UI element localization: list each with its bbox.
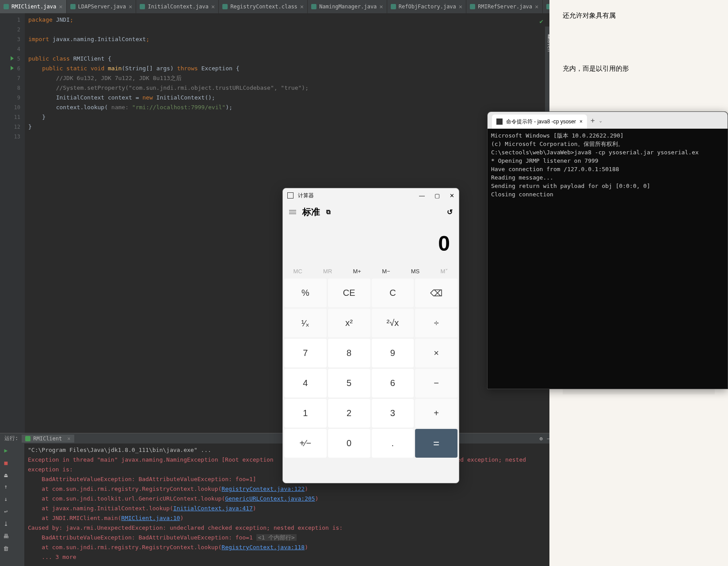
ms-button[interactable]: MS	[411, 268, 420, 275]
close-icon[interactable]: ×	[579, 119, 583, 125]
run-gutter-icon[interactable]	[11, 66, 14, 70]
editor[interactable]: ✔ 数据库 Maven 1234 5 6 78910111213 package…	[0, 13, 555, 433]
mc-button[interactable]: MC	[293, 268, 302, 275]
close-icon[interactable]: ✕	[450, 192, 454, 199]
tab-rmirefserver[interactable]: RMIRefServer.java×	[466, 0, 542, 13]
down-arrow-icon[interactable]: ↓	[2, 496, 10, 504]
close-icon[interactable]: ×	[59, 3, 62, 10]
equals-button[interactable]: =	[415, 429, 457, 458]
terminal-window[interactable]: 命令提示符 - java8 -cp ysoser × + ⌄ Microsoft…	[487, 111, 728, 389]
term-line: * Opening JRMP listener on 7999	[491, 157, 724, 165]
square-button[interactable]: x²	[328, 309, 370, 337]
close-icon[interactable]: ×	[211, 3, 215, 10]
keypad: % CE C ⌫ ¹⁄ₓ x² ²√x ÷ 7 8 9 × 4 5 6 − 1 …	[283, 277, 459, 459]
up-arrow-icon[interactable]: ↑	[2, 483, 10, 491]
six-button[interactable]: 6	[372, 369, 414, 398]
subtract-button[interactable]: −	[415, 369, 457, 398]
wrap-icon[interactable]: ↩	[2, 508, 10, 516]
run-tools: ▶ ■ ⏏ ↑ ↓ ↩ ⤓ 🖶 🗑	[0, 444, 24, 566]
decimal-button[interactable]: .	[372, 429, 414, 458]
run-gutter-icon[interactable]	[11, 56, 14, 61]
console-line: at com.sun.jndi.toolkit.url.GenericURLCo…	[28, 494, 551, 504]
stacktrace-link[interactable]: InitialContext.java:417	[173, 505, 253, 512]
close-icon[interactable]: ×	[67, 436, 70, 442]
term-line: Closing connection	[491, 190, 724, 199]
stacktrace-link[interactable]: RegistryContext.java:118	[221, 544, 305, 551]
terminal-titlebar[interactable]: 命令提示符 - java8 -cp ysoser × + ⌄	[488, 112, 728, 129]
window-title: 计算器	[298, 192, 314, 199]
terminal-output[interactable]: Microsoft Windows [版本 10.0.22622.290] (c…	[488, 129, 728, 201]
seven-button[interactable]: 7	[284, 339, 327, 367]
print-icon[interactable]: 🖶	[2, 533, 10, 541]
java-icon	[391, 4, 396, 9]
tab-refobjfactory[interactable]: RefObjFactory.java×	[387, 0, 466, 13]
add-button[interactable]: +	[415, 399, 457, 428]
zero-button[interactable]: 0	[328, 429, 370, 458]
mminus-button[interactable]: M−	[382, 268, 390, 275]
stop-icon[interactable]: ■	[2, 459, 10, 467]
close-icon[interactable]: ×	[129, 3, 132, 10]
scroll-icon[interactable]: ⤓	[2, 520, 10, 528]
mview-button[interactable]: M˅	[440, 268, 448, 275]
trash-icon[interactable]: 🗑	[2, 545, 10, 553]
multiply-button[interactable]: ×	[415, 339, 457, 367]
c-button[interactable]: C	[372, 279, 414, 307]
inverse-button[interactable]: ¹⁄ₓ	[284, 309, 327, 337]
tab-label: InitialContext.java	[148, 4, 208, 10]
add-tab-icon[interactable]: +	[591, 116, 595, 125]
tab-rmiclient[interactable]: RMIClient.java×	[0, 0, 67, 13]
term-line: (c) Microsoft Corporation。保留所有权利。	[491, 140, 724, 148]
eight-button[interactable]: 8	[328, 339, 370, 367]
run-tab-label: RMIClient	[33, 436, 62, 442]
three-button[interactable]: 3	[372, 399, 414, 428]
rerun-icon[interactable]: ▶	[2, 447, 10, 455]
tab-label: LDAPServer.java	[78, 4, 126, 10]
close-icon[interactable]: ×	[379, 3, 383, 10]
percent-button[interactable]: %	[284, 279, 327, 307]
calculator-titlebar[interactable]: 计算器 — ▢ ✕	[283, 188, 459, 203]
exit-icon[interactable]: ⏏	[2, 472, 10, 480]
close-icon[interactable]: ×	[535, 3, 538, 10]
tab-label: RefObjFactory.java	[399, 4, 456, 10]
nine-button[interactable]: 9	[372, 339, 414, 367]
pin-icon[interactable]: ⧉	[326, 208, 331, 216]
maximize-icon[interactable]: ▢	[435, 192, 440, 199]
history-icon[interactable]: ↺	[447, 208, 453, 216]
tab-namingmanager[interactable]: NamingManager.java×	[308, 0, 387, 13]
calculator-window[interactable]: 计算器 — ▢ ✕ 标准 ⧉ ↺ 0 MC MR M+ M− MS M˅ % C…	[282, 188, 459, 483]
sqrt-button[interactable]: ²√x	[372, 309, 414, 337]
chevron-down-icon[interactable]: ⌄	[599, 118, 602, 123]
doc-text: 还允许对象具有属	[563, 9, 715, 22]
negate-button[interactable]: +⁄−	[284, 429, 327, 458]
close-icon[interactable]: ×	[459, 3, 462, 10]
minimize-icon[interactable]: —	[419, 192, 425, 199]
stacktrace-link[interactable]: GenericURLContext.java:205	[225, 495, 315, 502]
gear-icon[interactable]: ⚙	[540, 436, 543, 442]
java-icon	[140, 4, 145, 9]
tab-initialcontext[interactable]: InitialContext.java×	[136, 0, 219, 13]
tab-ldapserver[interactable]: LDAPServer.java×	[67, 0, 137, 13]
memory-row: MC MR M+ M− MS M˅	[283, 265, 459, 277]
two-button[interactable]: 2	[328, 399, 370, 428]
backspace-button[interactable]: ⌫	[415, 279, 457, 307]
tab-registrycontext[interactable]: RegistryContext.class×	[219, 0, 308, 13]
four-button[interactable]: 4	[284, 369, 327, 398]
mr-button[interactable]: MR	[323, 268, 332, 275]
stacktrace-link[interactable]: RMIClient.java:10	[121, 515, 180, 521]
five-button[interactable]: 5	[328, 369, 370, 398]
java-icon	[311, 4, 316, 9]
calculator-mode-row: 标准 ⧉ ↺	[283, 203, 459, 222]
calc-app-icon	[287, 192, 293, 199]
close-icon[interactable]: ×	[300, 3, 304, 10]
mplus-button[interactable]: M+	[353, 268, 361, 275]
run-tab[interactable]: RMIClient×	[22, 435, 74, 443]
hamburger-icon[interactable]	[289, 210, 296, 214]
one-button[interactable]: 1	[284, 399, 327, 428]
stacktrace-link[interactable]: RegistryContext.java:122	[221, 486, 305, 492]
folded-frames[interactable]: <1 个内部行>	[256, 534, 297, 541]
tab-label: RMIClient.java	[11, 4, 56, 10]
ce-button[interactable]: CE	[328, 279, 370, 307]
terminal-tab[interactable]: 命令提示符 - java8 -cp ysoser ×	[492, 115, 587, 129]
divide-button[interactable]: ÷	[415, 309, 457, 337]
run-icon	[25, 436, 30, 441]
